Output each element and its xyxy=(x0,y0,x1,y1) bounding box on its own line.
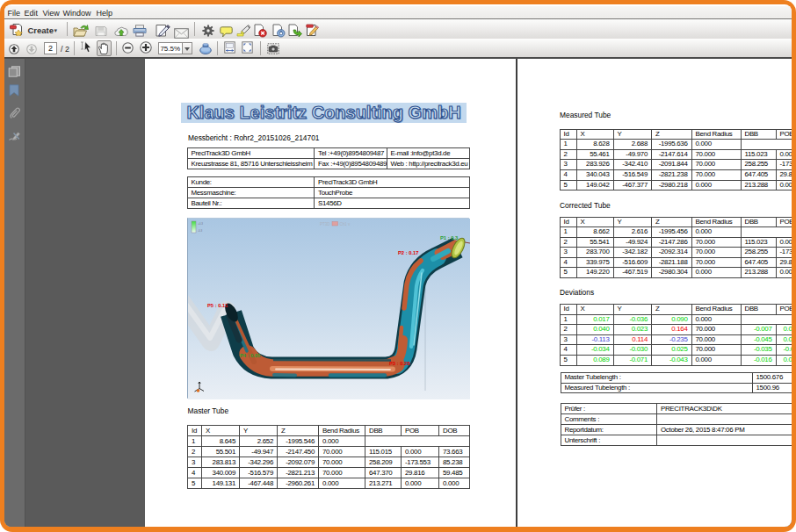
svg-text:P5 : 0.11: P5 : 0.11 xyxy=(207,303,228,308)
svg-text:P1 : 0.3: P1 : 0.3 xyxy=(440,235,459,241)
svg-text:P2 : 0.17: P2 : 0.17 xyxy=(398,250,419,255)
svg-text:-0.3: -0.3 xyxy=(198,229,203,233)
svg-text:P4 : 0.05: P4 : 0.05 xyxy=(240,353,261,358)
svg-text:+0.3: +0.3 xyxy=(198,222,203,226)
svg-text:P3 : 0.28: P3 : 0.28 xyxy=(389,361,410,366)
svg-text:Ch1 v: Ch1 v xyxy=(340,222,351,226)
svg-text:PT3D: PT3D xyxy=(320,222,330,226)
